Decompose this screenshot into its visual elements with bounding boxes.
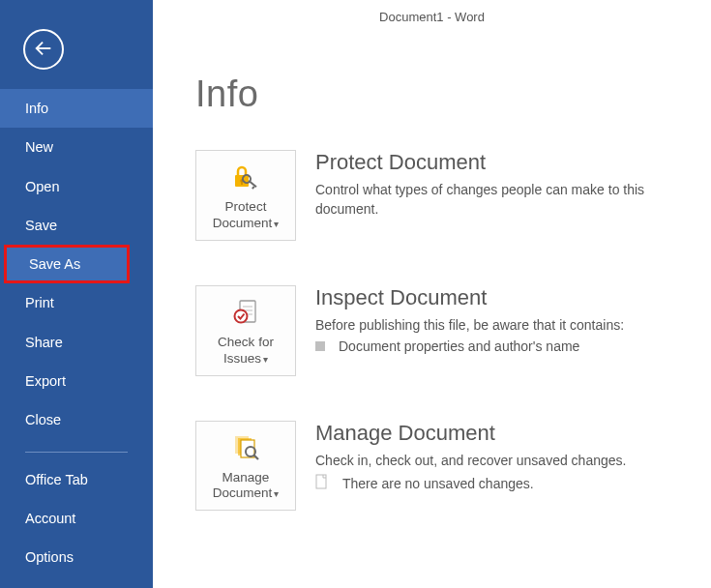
- document-icon: [315, 474, 329, 492]
- backstage-sidebar: Info New Open Save Save As Print Share E…: [0, 0, 153, 588]
- page-title: Info: [195, 74, 688, 115]
- svg-point-11: [235, 309, 248, 322]
- sidebar-item-label: Info: [25, 101, 48, 116]
- sidebar-item-new[interactable]: New: [0, 128, 153, 166]
- sidebar-item-label: New: [25, 139, 53, 155]
- sidebar-divider: [25, 452, 128, 453]
- manage-document-button[interactable]: Manage Document▾: [195, 421, 296, 512]
- svg-rect-3: [241, 181, 243, 185]
- sidebar-item-account[interactable]: Account: [0, 499, 153, 538]
- manage-bullet-text: There are no unsaved changes.: [342, 476, 534, 491]
- arrow-left-icon: [33, 38, 54, 62]
- chevron-down-icon: ▾: [263, 354, 268, 365]
- window-title: Document1 - Word: [153, 10, 711, 24]
- row-manage-document: Manage Document▾ Manage Document Check i…: [195, 421, 688, 512]
- inspect-desc: Before publishing this file, be aware th…: [315, 316, 688, 336]
- sidebar-item-label: Open: [25, 179, 59, 194]
- document-stack-search-icon: [229, 431, 262, 464]
- inspect-bullet: Document properties and author's name: [315, 338, 688, 354]
- sidebar-item-label: Share: [25, 335, 63, 350]
- sidebar-item-label: Export: [25, 373, 66, 389]
- protect-heading: Protect Document: [315, 150, 688, 175]
- sidebar-item-close[interactable]: Close: [0, 400, 153, 439]
- sidebar-item-label: Options: [25, 549, 74, 565]
- sidebar-item-office-tab[interactable]: Office Tab: [0, 460, 153, 499]
- sidebar-item-label: Save As: [29, 256, 80, 272]
- sidebar-item-open[interactable]: Open: [0, 167, 153, 206]
- sidebar-item-export[interactable]: Export: [0, 362, 153, 400]
- sidebar-item-save[interactable]: Save: [0, 206, 153, 245]
- svg-rect-17: [316, 475, 326, 488]
- lock-key-icon: [229, 161, 262, 193]
- protect-desc: Control what types of changes people can…: [315, 181, 688, 219]
- sidebar-item-info[interactable]: Info: [0, 89, 153, 128]
- row-inspect-document: Check for Issues▾ Inspect Document Befor…: [195, 285, 688, 376]
- tile-label: Manage Document▾: [213, 470, 280, 503]
- sidebar-item-label: Account: [25, 511, 75, 526]
- back-button[interactable]: [23, 29, 64, 70]
- manage-bullet: There are no unsaved changes.: [315, 474, 688, 492]
- backstage-main: Document1 - Word Info Protect: [153, 0, 711, 588]
- tile-label: Protect Document▾: [213, 199, 280, 232]
- sidebar-item-share[interactable]: Share: [0, 323, 153, 362]
- chevron-down-icon: ▾: [274, 219, 279, 229]
- sidebar-item-save-as[interactable]: Save As: [0, 245, 153, 283]
- check-for-issues-button[interactable]: Check for Issues▾: [195, 285, 296, 376]
- inspect-heading: Inspect Document: [315, 285, 688, 310]
- sidebar-item-print[interactable]: Print: [0, 283, 153, 322]
- manage-heading: Manage Document: [315, 421, 688, 446]
- manage-desc: Check in, check out, and recover unsaved…: [315, 452, 688, 471]
- inspect-bullet-text: Document properties and author's name: [339, 338, 579, 354]
- highlight-box: Save As: [4, 245, 130, 283]
- row-protect-document: Protect Document▾ Protect Document Contr…: [195, 150, 688, 241]
- document-check-icon: [230, 296, 261, 329]
- sidebar-item-label: Office Tab: [25, 472, 88, 487]
- sidebar-item-label: Close: [25, 412, 61, 427]
- protect-document-button[interactable]: Protect Document▾: [195, 150, 296, 241]
- sidebar-item-label: Save: [25, 218, 57, 233]
- svg-rect-5: [249, 180, 257, 188]
- square-bullet-icon: [315, 341, 325, 351]
- chevron-down-icon: ▾: [274, 488, 279, 499]
- sidebar-item-options[interactable]: Options: [0, 538, 153, 576]
- tile-label: Check for Issues▾: [218, 335, 274, 368]
- sidebar-item-label: Print: [25, 295, 54, 310]
